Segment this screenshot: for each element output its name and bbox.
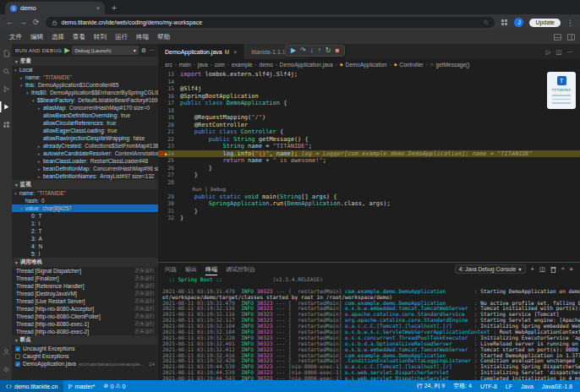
status-item[interactable]: UTF-8 [476, 384, 501, 389]
code-line[interactable]: 22 public String getMessage() { [158, 136, 580, 144]
variable-row[interactable]: ▾Local [12, 66, 158, 74]
browser-avatar[interactable]: J [514, 18, 523, 27]
new-terminal-icon[interactable]: + [531, 266, 534, 273]
restart-icon[interactable]: ↻ [326, 47, 331, 54]
status-item[interactable]: Java [517, 384, 538, 389]
debug-settings-gear-icon[interactable]: ⚙ [141, 47, 146, 54]
settings-gear-icon[interactable] [0, 364, 12, 375]
breadcrumb[interactable]: src›main›java›com›example›demo›DemoAppli… [158, 59, 580, 69]
code-line[interactable]: 25 return name + " is awesome!"; [158, 157, 580, 165]
variable-row[interactable]: ▾this$0:DemoApplication$$EnhancerBySprin… [12, 89, 158, 96]
code-line[interactable]: 13import lombok.extern.slf4j.Slf4j; [158, 71, 580, 79]
status-item[interactable]: JavaSE-1.8 [538, 384, 577, 389]
breakpoint-row[interactable]: ✓Uncaught Exceptions [12, 345, 158, 352]
breadcrumb-item[interactable]: getMessage() [436, 62, 470, 68]
split-editor-icon[interactable] [567, 34, 575, 41]
thread-row[interactable]: Thread [http-nio-8080-Acceptor]正在运行 [12, 305, 158, 313]
back-icon[interactable]: ← [6, 19, 14, 26]
split-icon[interactable]: ◫ [555, 48, 561, 56]
breadcrumb-item[interactable]: demo [260, 62, 273, 68]
code-editor[interactable]: 13import lombok.extern.slf4j.Slf4j;1415@… [158, 69, 580, 262]
close-panel-icon[interactable]: × [570, 266, 573, 273]
panel-tab-输出[interactable]: 输出 [185, 263, 197, 275]
variable-row[interactable]: allowRawInjectionDespiteWrapping:false [12, 134, 158, 142]
code-line[interactable]: 16@SpringBootApplication [158, 93, 580, 101]
code-line[interactable]: 15@Slf4j [158, 85, 580, 93]
breadcrumb-item[interactable]: example [232, 62, 253, 68]
panel-tab-终端[interactable]: 终端 [205, 263, 217, 275]
section-call-stack[interactable]: ▾调用堆栈 [12, 258, 158, 267]
views-more-icon[interactable]: ⋯ [149, 47, 155, 54]
new-tab-button[interactable]: + [112, 3, 117, 13]
watch-row[interactable]: 0:T [12, 212, 158, 220]
menu-运行[interactable]: 运行 [111, 33, 132, 41]
code-line[interactable]: Run | Debug [158, 186, 580, 193]
thread-row[interactable]: Thread [Reference Handler]正在运行 [12, 282, 158, 290]
watch-row[interactable]: 2:T [12, 227, 158, 235]
watch-row[interactable]: 3:A [12, 235, 158, 242]
code-line[interactable]: 19 @RequestMapping("/") [158, 114, 580, 122]
status-item[interactable]: LF [501, 384, 517, 389]
menu-帮助[interactable]: 帮助 [153, 33, 174, 41]
toggle-panel-icon[interactable] [554, 34, 561, 41]
step-into-icon[interactable]: ↓ [310, 47, 314, 54]
remote-indicator[interactable]: demo.titanide.cn [0, 380, 63, 392]
account-icon[interactable] [0, 346, 12, 357]
variable-row[interactable]: allowEagerClassLoading:true [12, 127, 158, 134]
breadcrumb-item[interactable]: src [165, 62, 172, 68]
step-out-icon[interactable]: ↑ [318, 47, 321, 54]
breadcrumb-item[interactable]: DemoApplication [346, 62, 387, 68]
breakpoint-dot-icon[interactable] [160, 152, 164, 156]
watch-row[interactable]: ▾name:"TITANIDE" [12, 189, 158, 197]
extensions-icon[interactable] [0, 119, 12, 130]
watch-row[interactable]: hash:0 [12, 197, 158, 204]
variable-row[interactable]: ▸autowireCandidateResolver:ContextAnnota… [12, 150, 158, 157]
variable-row[interactable]: ▸aliasMap:ConcurrentHashMap#170 size=0 [12, 104, 158, 112]
thread-row[interactable]: Thread [http-nio-8080-exec-1]正在运行 [12, 320, 158, 328]
menu-选择[interactable]: 选择 [47, 33, 68, 41]
section-watch[interactable]: ▾监视 [12, 180, 158, 189]
breadcrumb-item[interactable]: com [215, 62, 225, 68]
variable-row[interactable]: ▸alreadyCreated:Collections$SetFromMap#1… [12, 142, 158, 150]
explorer-icon[interactable] [0, 48, 12, 59]
code-line[interactable]: 26 } [158, 165, 580, 172]
breadcrumb-item[interactable]: java [198, 62, 208, 68]
variable-row[interactable]: ▸beanDefinitionNames:ArrayList#97 size=1… [12, 172, 158, 180]
browser-update-button[interactable]: Update [529, 19, 561, 27]
continue-icon[interactable]: ▶ [291, 47, 296, 54]
browser-menu-icon[interactable]: ⋮ [566, 19, 574, 27]
code-line[interactable]: 24▶ log.info("{}", name); log = Logger[c… [158, 150, 580, 158]
section-variables[interactable]: ▾变量 [12, 57, 158, 66]
menu-终端[interactable]: 终端 [132, 33, 153, 41]
code-line[interactable]: 30 SpringApplication.run(DemoApplication… [158, 200, 580, 208]
start-debug-icon[interactable]: ▶ [64, 46, 69, 54]
code-line[interactable]: 17public class DemoApplication { [158, 100, 580, 107]
variable-row[interactable]: ▸beanClassLoader:RestartClassLoader#48 [12, 157, 158, 165]
step-over-icon[interactable]: ↷ [300, 47, 306, 54]
code-line[interactable]: 28 [158, 179, 580, 187]
watch-row[interactable]: 4:N [12, 242, 158, 250]
editor-tab[interactable]: DemoApplication.javaM× [158, 44, 244, 59]
breakpoint-checkbox[interactable]: ✓ [15, 362, 20, 367]
thread-row[interactable]: Thread [Signal Dispatcher]正在运行 [12, 267, 158, 275]
stop-icon[interactable]: ■ [336, 47, 340, 54]
code-line[interactable]: 31 } [158, 208, 580, 215]
breakpoint-checkbox[interactable]: ✓ [15, 346, 20, 351]
code-line[interactable]: 29 public static void main(String[] args… [158, 193, 580, 201]
menu-查看[interactable]: 查看 [68, 33, 90, 41]
panel-tab-问题[interactable]: 问题 [165, 263, 177, 275]
reload-icon[interactable]: ⟳ [33, 19, 40, 26]
more-actions-icon[interactable]: ⋯ [567, 48, 574, 56]
tab-close-icon[interactable]: × [96, 5, 100, 11]
source-control-icon[interactable] [0, 84, 12, 95]
thread-row[interactable]: Thread [http-nio-8080-exec-2]正在运行 [12, 328, 158, 335]
search-icon[interactable] [0, 66, 12, 77]
thread-row[interactable]: Thread [Finalizer]正在运行 [12, 275, 158, 282]
breadcrumb-item[interactable]: main [179, 62, 191, 68]
address-bar[interactable]: demo.titanide.cn/ide/web/coding/demo/my-… [46, 17, 495, 28]
codelens-run-debug[interactable]: Run | Debug [180, 186, 226, 192]
variable-row[interactable]: allowCircularReferences:true [12, 119, 158, 127]
thread-row[interactable]: Thread [http-nio-8080-ClientPoller]正在运行 [12, 313, 158, 320]
kill-terminal-icon[interactable] [550, 266, 556, 273]
maximize-panel-icon[interactable]: ^ [561, 266, 565, 273]
